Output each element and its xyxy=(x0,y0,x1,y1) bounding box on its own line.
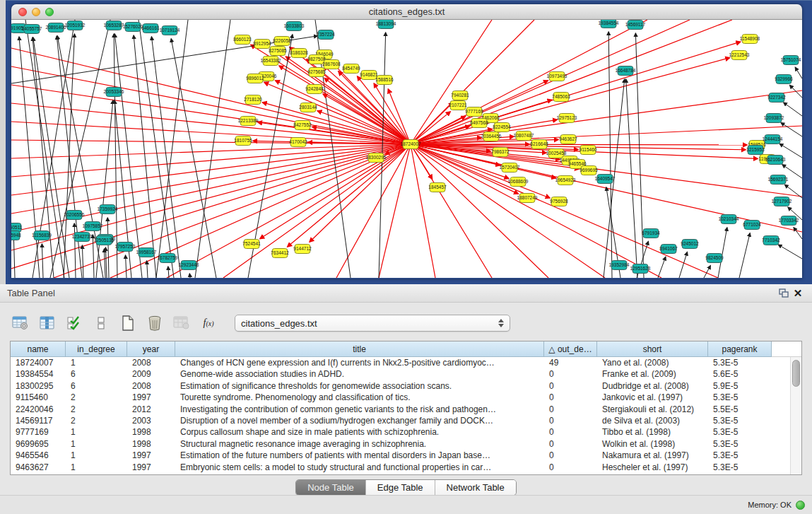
graph-node[interactable]: 8186328 xyxy=(290,49,308,58)
memory-status-indicator[interactable] xyxy=(796,501,805,510)
graph-node[interactable]: 6791934 xyxy=(642,229,660,238)
graph-node[interactable]: 1845457 xyxy=(428,183,447,192)
table-row[interactable]: 1872400712008Changes of HCN gene express… xyxy=(11,357,801,368)
graph-node[interactable]: 19384554 xyxy=(599,20,619,28)
tab-network-table[interactable]: Network Table xyxy=(435,480,516,495)
graph-node[interactable]: 12505135 xyxy=(94,236,114,245)
network-canvas[interactable]: 1872400718300295866012389129548226058827… xyxy=(11,20,802,278)
table-row[interactable]: 946554611997Estimation of the future num… xyxy=(11,450,801,461)
graph-node[interactable]: 10210344 xyxy=(719,215,739,224)
graph-node[interactable]: 9115460 xyxy=(579,146,597,155)
graph-node[interactable]: 16033803 xyxy=(284,22,305,31)
tab-node-table[interactable]: Node Table xyxy=(296,480,366,495)
graph-node[interactable]: 15751074 xyxy=(781,56,801,65)
graph-node[interactable]: 4170042 xyxy=(289,138,307,147)
graph-node[interactable]: 9227342 xyxy=(767,93,786,103)
float-panel-icon[interactable] xyxy=(777,287,791,300)
graph-node[interactable]: 17703342 xyxy=(779,216,799,226)
table-settings-icon[interactable] xyxy=(10,313,31,333)
show-columns-icon[interactable] xyxy=(37,313,58,333)
graph-node[interactable]: 2718120 xyxy=(244,95,262,105)
graph-node[interactable]: 19654923 xyxy=(555,176,576,185)
column-header-pagerank[interactable]: pagerank xyxy=(708,341,772,357)
graph-node[interactable]: 9242848 xyxy=(305,85,324,94)
graph-node[interactable]: 17359924 xyxy=(98,205,118,214)
function-builder-icon[interactable]: f(x) xyxy=(198,313,219,333)
graph-node[interactable]: 9275685 xyxy=(307,68,326,77)
table-row[interactable]: 969969511998Structural magnetic resonanc… xyxy=(11,438,801,450)
graph-node[interactable]: 9699695 xyxy=(579,166,598,175)
graph-node[interactable]: 2867608 xyxy=(322,60,341,69)
minimize-window-button[interactable] xyxy=(32,8,40,16)
graph-node[interactable]: 9896012 xyxy=(246,74,264,83)
graph-node[interactable]: 12051932 xyxy=(65,21,86,30)
graph-node[interactable]: 12923448 xyxy=(179,261,199,270)
table-selector-dropdown[interactable]: citations_edges.txt xyxy=(235,315,510,332)
graph-node[interactable]: 11156839 xyxy=(32,231,52,240)
column-header-name[interactable]: name xyxy=(11,341,66,357)
graph-node[interactable]: 12717902 xyxy=(772,197,792,206)
tab-edge-table[interactable]: Edge Table xyxy=(366,480,435,495)
close-panel-icon[interactable]: ✕ xyxy=(791,287,805,300)
graph-node[interactable]: 16409547 xyxy=(595,175,616,184)
graph-node[interactable]: 7524541 xyxy=(242,240,261,249)
graph-node[interactable]: 9777169 xyxy=(465,107,483,117)
graph-node[interactable]: 9463627 xyxy=(559,135,577,144)
table-row[interactable]: 911546021997Tourette syndrome. Phenomeno… xyxy=(11,392,801,403)
graph-node[interactable]: 19958167 xyxy=(136,248,157,257)
graph-node[interactable]: 7485063 xyxy=(552,93,570,102)
graph-node[interactable]: 2803144 xyxy=(299,103,317,112)
graph-node[interactable]: 7940281 xyxy=(451,91,469,100)
graph-node[interactable]: 20891406 xyxy=(46,23,66,33)
graph-node[interactable]: 8224554 xyxy=(493,123,511,132)
graph-node[interactable]: 7710342 xyxy=(762,236,780,245)
table-vertical-scrollbar[interactable] xyxy=(790,357,801,474)
graph-node[interactable]: 9144712 xyxy=(293,245,312,254)
graph-node[interactable]: 1588516 xyxy=(375,76,394,85)
graph-node[interactable]: 20206556 xyxy=(64,211,85,220)
graph-node[interactable]: 7357224 xyxy=(317,30,335,40)
graph-node[interactable]: 3915948 xyxy=(11,231,21,240)
delete-table-icon[interactable] xyxy=(144,313,165,333)
graph-node[interactable]: 20364456 xyxy=(481,132,502,141)
close-window-button[interactable] xyxy=(18,8,27,16)
graph-node[interactable]: 12444154 xyxy=(763,135,783,144)
graph-node[interactable]: 9245012 xyxy=(681,240,699,249)
graph-node[interactable]: 12093872 xyxy=(764,114,784,123)
zoom-window-button[interactable] xyxy=(45,8,54,16)
graph-node[interactable]: 10973493 xyxy=(547,72,567,81)
graph-node[interactable]: 7634412 xyxy=(271,249,289,258)
graph-node[interactable]: 18813094 xyxy=(376,20,396,29)
graph-node[interactable]: 8912954 xyxy=(253,40,271,49)
graph-node[interactable]: 10653287 xyxy=(104,21,124,30)
graph-node[interactable]: 12342737 xyxy=(72,233,93,242)
graph-node[interactable]: 15720407 xyxy=(500,163,520,173)
graph-node[interactable]: 18724007 xyxy=(401,140,421,149)
graph-node[interactable]: 8660123 xyxy=(233,35,252,45)
graph-node[interactable]: 15692371 xyxy=(768,175,789,185)
graph-node[interactable]: 12951628 xyxy=(630,264,651,274)
graph-node[interactable]: 8226058 xyxy=(273,37,291,46)
unselect-all-icon[interactable] xyxy=(90,313,112,333)
column-header-in_degree[interactable]: in_degree xyxy=(66,341,127,357)
column-header-out_degree[interactable]: △ out_de… xyxy=(544,341,597,357)
table-row[interactable]: 946362711997Embryonic stem cells: a mode… xyxy=(11,462,801,473)
graph-node[interactable]: 20053346 xyxy=(104,88,124,97)
graph-node[interactable]: 9756928 xyxy=(550,197,568,206)
column-header-short[interactable]: short xyxy=(597,341,708,357)
graph-node[interactable]: 1810755 xyxy=(234,136,252,146)
graph-node[interactable]: 10807487 xyxy=(514,132,534,141)
table-row[interactable]: 977716911998Corpus callosum shape and si… xyxy=(11,426,801,438)
graph-node[interactable]: 6466161 xyxy=(141,24,160,33)
table-row[interactable]: 1456911722003Disruption of a novel membe… xyxy=(11,415,801,426)
table-row[interactable]: 1830029562008Estimation of significance … xyxy=(11,380,801,392)
graph-node[interactable]: 10975857 xyxy=(83,222,103,231)
graph-node[interactable]: 12212543 xyxy=(729,51,750,60)
graph-node[interactable]: 18807249 xyxy=(517,194,538,203)
table-row[interactable]: 1938455462009Genome-wide association stu… xyxy=(11,368,801,380)
scrollbar-thumb[interactable] xyxy=(792,360,800,387)
graph-node[interactable]: 16782759 xyxy=(158,254,178,263)
graph-node[interactable]: 16543382 xyxy=(261,57,281,66)
graph-node[interactable]: 8454749 xyxy=(342,64,360,74)
graph-node[interactable]: 6216648 xyxy=(530,140,548,149)
